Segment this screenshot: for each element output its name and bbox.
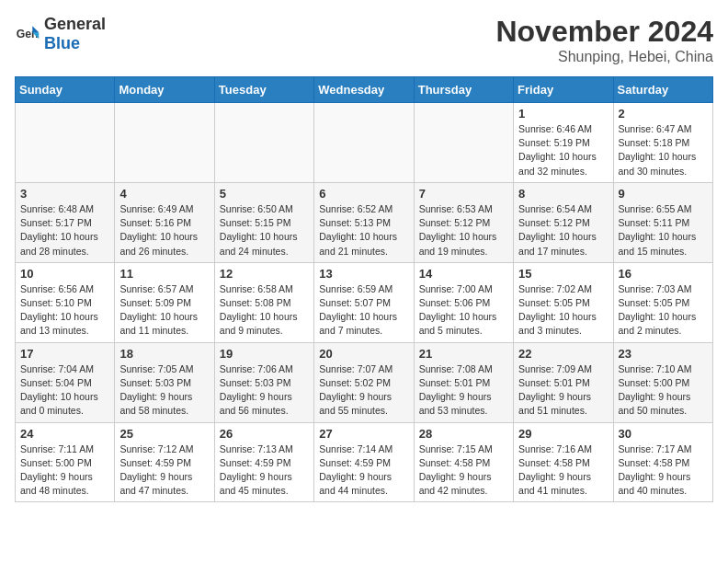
day-number: 12 [220,267,309,281]
day-number: 29 [518,427,608,441]
calendar-cell: 30Sunrise: 7:17 AM Sunset: 4:58 PM Dayli… [613,422,712,502]
day-number: 9 [619,187,708,201]
calendar-cell: 21Sunrise: 7:08 AM Sunset: 5:01 PM Dayli… [414,342,513,422]
month-title: November 2024 [495,15,713,49]
day-number: 27 [319,427,408,441]
calendar-cell: 7Sunrise: 6:53 AM Sunset: 5:12 PM Daylig… [414,182,513,262]
day-number: 18 [119,347,209,361]
calendar-header: SundayMondayTuesdayWednesdayThursdayFrid… [16,77,713,103]
day-number: 2 [619,107,708,121]
day-number: 26 [220,427,309,441]
calendar-cell [16,103,115,183]
day-info: Sunrise: 7:03 AM Sunset: 5:05 PM Dayligh… [619,282,708,339]
day-number: 13 [319,267,408,281]
day-number: 20 [319,347,408,361]
calendar-cell [314,103,414,183]
calendar-cell: 9Sunrise: 6:55 AM Sunset: 5:11 PM Daylig… [613,182,712,262]
calendar-cell: 25Sunrise: 7:12 AM Sunset: 4:59 PM Dayli… [115,422,214,502]
day-number: 15 [518,267,608,281]
day-number: 30 [619,427,708,441]
calendar-cell: 1Sunrise: 6:46 AM Sunset: 5:19 PM Daylig… [514,103,613,183]
calendar-cell: 3Sunrise: 6:48 AM Sunset: 5:17 PM Daylig… [16,182,115,262]
calendar-cell [414,103,513,183]
logo-icon: Gen [15,21,40,47]
calendar-cell [214,103,313,183]
day-number: 16 [619,267,708,281]
calendar-week-1: 1Sunrise: 6:46 AM Sunset: 5:19 PM Daylig… [16,103,713,183]
calendar-cell: 24Sunrise: 7:11 AM Sunset: 5:00 PM Dayli… [16,422,115,502]
day-info: Sunrise: 6:57 AM Sunset: 5:09 PM Dayligh… [119,282,209,339]
day-info: Sunrise: 7:17 AM Sunset: 4:58 PM Dayligh… [619,442,708,499]
logo-blue: Blue [44,34,80,52]
calendar-cell: 22Sunrise: 7:09 AM Sunset: 5:01 PM Dayli… [514,342,613,422]
logo-general: General [44,15,106,33]
calendar-table: SundayMondayTuesdayWednesdayThursdayFrid… [15,76,713,502]
day-info: Sunrise: 7:04 AM Sunset: 5:04 PM Dayligh… [20,362,109,419]
day-number: 1 [518,107,608,121]
day-info: Sunrise: 6:48 AM Sunset: 5:17 PM Dayligh… [20,202,109,259]
calendar-week-4: 17Sunrise: 7:04 AM Sunset: 5:04 PM Dayli… [16,342,713,422]
calendar-cell: 10Sunrise: 6:56 AM Sunset: 5:10 PM Dayli… [16,262,115,342]
weekday-header-saturday: Saturday [613,77,712,103]
calendar-cell: 19Sunrise: 7:06 AM Sunset: 5:03 PM Dayli… [214,342,313,422]
day-info: Sunrise: 6:56 AM Sunset: 5:10 PM Dayligh… [20,282,109,339]
day-info: Sunrise: 6:54 AM Sunset: 5:12 PM Dayligh… [518,202,608,259]
calendar-cell: 13Sunrise: 6:59 AM Sunset: 5:07 PM Dayli… [314,262,414,342]
day-info: Sunrise: 7:07 AM Sunset: 5:02 PM Dayligh… [319,362,408,419]
day-info: Sunrise: 6:52 AM Sunset: 5:13 PM Dayligh… [319,202,408,259]
day-info: Sunrise: 7:05 AM Sunset: 5:03 PM Dayligh… [119,362,209,419]
weekday-header-monday: Monday [115,77,214,103]
day-number: 23 [619,347,708,361]
calendar-cell [115,103,214,183]
title-area: November 2024 Shunping, Hebei, China [495,15,713,65]
day-info: Sunrise: 7:10 AM Sunset: 5:00 PM Dayligh… [619,362,708,419]
calendar-cell: 15Sunrise: 7:02 AM Sunset: 5:05 PM Dayli… [514,262,613,342]
calendar-cell: 17Sunrise: 7:04 AM Sunset: 5:04 PM Dayli… [16,342,115,422]
calendar-body: 1Sunrise: 6:46 AM Sunset: 5:19 PM Daylig… [16,103,713,502]
weekday-header-tuesday: Tuesday [214,77,313,103]
logo: Gen General Blue [15,15,106,53]
day-number: 5 [220,187,309,201]
calendar-cell: 2Sunrise: 6:47 AM Sunset: 5:18 PM Daylig… [613,103,712,183]
calendar-cell: 8Sunrise: 6:54 AM Sunset: 5:12 PM Daylig… [514,182,613,262]
location: Shunping, Hebei, China [495,49,713,65]
calendar-cell: 29Sunrise: 7:16 AM Sunset: 4:58 PM Dayli… [514,422,613,502]
day-number: 11 [119,267,209,281]
day-info: Sunrise: 6:49 AM Sunset: 5:16 PM Dayligh… [119,202,209,259]
calendar-cell: 27Sunrise: 7:14 AM Sunset: 4:59 PM Dayli… [314,422,414,502]
weekday-header-wednesday: Wednesday [314,77,414,103]
day-number: 21 [419,347,508,361]
weekday-header-sunday: Sunday [16,77,115,103]
day-info: Sunrise: 7:06 AM Sunset: 5:03 PM Dayligh… [220,362,309,419]
day-info: Sunrise: 6:50 AM Sunset: 5:15 PM Dayligh… [220,202,309,259]
day-number: 10 [20,267,109,281]
day-info: Sunrise: 6:58 AM Sunset: 5:08 PM Dayligh… [220,282,309,339]
day-info: Sunrise: 6:55 AM Sunset: 5:11 PM Dayligh… [619,202,708,259]
day-number: 3 [20,187,109,201]
calendar-cell: 11Sunrise: 6:57 AM Sunset: 5:09 PM Dayli… [115,262,214,342]
day-info: Sunrise: 7:08 AM Sunset: 5:01 PM Dayligh… [419,362,508,419]
day-info: Sunrise: 7:11 AM Sunset: 5:00 PM Dayligh… [20,442,109,499]
day-info: Sunrise: 6:59 AM Sunset: 5:07 PM Dayligh… [319,282,408,339]
calendar-week-3: 10Sunrise: 6:56 AM Sunset: 5:10 PM Dayli… [16,262,713,342]
calendar-cell: 20Sunrise: 7:07 AM Sunset: 5:02 PM Dayli… [314,342,414,422]
calendar-cell: 26Sunrise: 7:13 AM Sunset: 4:59 PM Dayli… [214,422,313,502]
day-number: 14 [419,267,508,281]
calendar-cell: 23Sunrise: 7:10 AM Sunset: 5:00 PM Dayli… [613,342,712,422]
day-info: Sunrise: 7:09 AM Sunset: 5:01 PM Dayligh… [518,362,608,419]
day-number: 25 [119,427,209,441]
day-info: Sunrise: 7:00 AM Sunset: 5:06 PM Dayligh… [419,282,508,339]
day-number: 22 [518,347,608,361]
day-number: 19 [220,347,309,361]
page-header: Gen General Blue November 2024 Shunping,… [15,15,713,65]
calendar-week-5: 24Sunrise: 7:11 AM Sunset: 5:00 PM Dayli… [16,422,713,502]
calendar-week-2: 3Sunrise: 6:48 AM Sunset: 5:17 PM Daylig… [16,182,713,262]
day-number: 28 [419,427,508,441]
day-number: 4 [119,187,209,201]
day-info: Sunrise: 6:46 AM Sunset: 5:19 PM Dayligh… [518,122,608,178]
day-info: Sunrise: 7:16 AM Sunset: 4:58 PM Dayligh… [518,442,608,499]
calendar-cell: 5Sunrise: 6:50 AM Sunset: 5:15 PM Daylig… [214,182,313,262]
day-info: Sunrise: 7:12 AM Sunset: 4:59 PM Dayligh… [119,442,209,499]
day-info: Sunrise: 7:02 AM Sunset: 5:05 PM Dayligh… [518,282,608,339]
weekday-row: SundayMondayTuesdayWednesdayThursdayFrid… [16,77,713,103]
